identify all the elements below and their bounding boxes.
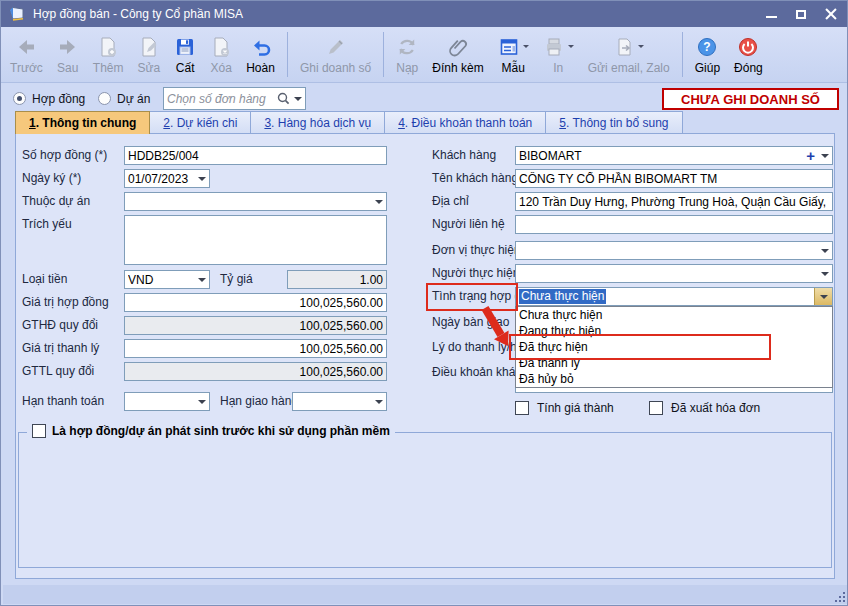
document-delete-icon <box>210 36 232 58</box>
exchange-rate-input: 1.00 <box>287 270 387 289</box>
executor-combobox[interactable] <box>515 264 833 283</box>
sign-date-label: Ngày ký (*) <box>22 169 81 188</box>
contract-no-input[interactable]: HDDB25/004 <box>124 146 387 165</box>
resize-grip[interactable] <box>832 589 845 602</box>
toolbar-button-send-email[interactable]: Gửi email, Zalo <box>581 28 677 81</box>
payment-due-label: Hạn thanh toán <box>22 392 104 411</box>
liquidation-value-input[interactable]: 100,025,560.00 <box>124 339 387 358</box>
tab-hang-hoa-dich-vu[interactable]: 3. Hàng hóa dịch vụ <box>250 111 385 133</box>
dropdown-arrow-icon[interactable] <box>294 97 302 101</box>
dropdown-option[interactable]: Đã hủy bỏ <box>516 371 832 387</box>
currency-combobox[interactable]: VND <box>124 270 210 289</box>
close-button[interactable] <box>823 6 839 22</box>
toolbar-button-edit[interactable]: Sửa <box>130 28 167 81</box>
selected-status-text: Chưa thực hiện <box>519 289 606 304</box>
search-icon[interactable] <box>277 92 290 105</box>
dropdown-arrow-icon[interactable] <box>198 278 206 282</box>
dropdown-arrow-icon[interactable] <box>821 249 829 253</box>
toolbar-button-next[interactable]: Sau <box>50 28 86 81</box>
toolbar-button-print[interactable]: In <box>536 28 581 81</box>
cost-calc-checkbox[interactable] <box>515 401 529 415</box>
project-radio[interactable] <box>98 92 111 105</box>
tab-strip: 1. Thông tin chung 2. Dự kiến chi 3. Hàn… <box>15 111 682 134</box>
contact-person-label: Người liên hệ <box>432 215 505 234</box>
toolbar-button-help[interactable]: ? Giúp <box>688 28 727 81</box>
status-badge: CHƯA GHI DOANH SỐ <box>662 88 839 110</box>
tab-thong-tin-bo-sung[interactable]: 5. Thông tin bổ sung <box>545 111 682 133</box>
order-number-combobox[interactable]: Chọn số đơn hàng <box>163 87 306 110</box>
minimize-button[interactable] <box>763 6 779 22</box>
summary-textarea[interactable] <box>124 215 387 265</box>
tab-page-general-info: Số hợp đồng (*) HDDB25/004 Ngày ký (*) 0… <box>15 133 835 579</box>
dropdown-option[interactable]: Đã thực hiện <box>516 339 832 355</box>
contract-status-combobox[interactable]: Chưa thực hiện <box>515 287 833 306</box>
toolbar-button-close-form[interactable]: Đóng <box>727 28 770 81</box>
customer-combobox[interactable]: BIBOMART+ <box>515 146 833 165</box>
dropdown-button[interactable] <box>814 288 832 305</box>
address-input[interactable]: 120 Trần Duy Hưng, Phường Trung Hoà, Quậ… <box>515 192 833 211</box>
invoiced-checkbox[interactable] <box>649 401 663 415</box>
contract-radio-label: Hợp đồng <box>32 91 85 107</box>
app-window: Hợp đồng bán - Công ty Cổ phần MISA Trướ… <box>0 0 848 606</box>
dropdown-arrow-icon[interactable] <box>375 200 383 204</box>
contract-radio[interactable] <box>13 92 26 105</box>
add-customer-icon[interactable]: + <box>806 148 815 163</box>
paperclip-icon <box>447 36 469 58</box>
status-bar <box>3 585 847 604</box>
project-combobox[interactable] <box>124 192 387 211</box>
toolbar-separator <box>682 32 683 77</box>
dropdown-arrow-icon[interactable] <box>821 272 829 276</box>
toolbar-button-add[interactable]: Thêm <box>86 28 131 81</box>
toolbar-button-record-sales[interactable]: Ghi doanh số <box>293 28 378 81</box>
dropdown-arrow-icon[interactable] <box>821 154 829 158</box>
converted-liquidation-label: GTTL quy đổi <box>22 362 94 381</box>
contact-person-input[interactable] <box>515 215 833 234</box>
toolbar-button-reload[interactable]: Nạp <box>389 28 425 81</box>
refresh-icon <box>396 36 418 58</box>
toolbar-button-delete[interactable]: Xóa <box>203 28 239 81</box>
main-toolbar: Trước Sau Thêm Sửa Cất Xóa Hoàn Gh <box>1 27 847 83</box>
exec-unit-combobox[interactable] <box>515 241 833 260</box>
toolbar-button-prev[interactable]: Trước <box>3 28 50 81</box>
customer-name-input[interactable]: CÔNG TY CỔ PHẦN BIBOMART TM <box>515 169 833 188</box>
dropdown-option[interactable]: Đang thực hiện <box>516 323 832 339</box>
dropdown-arrow-icon[interactable] <box>198 400 206 404</box>
power-icon <box>737 36 759 58</box>
pre-software-label: Là hợp đồng/dự án phát sinh trước khi sử… <box>52 424 390 438</box>
contract-status-dropdown-list: Chưa thực hiện Đang thực hiện Đã thực hi… <box>515 306 833 388</box>
tab-dieu-khoan-thanh-toan[interactable]: 4. Điều khoản thanh toán <box>384 111 546 133</box>
customer-name-label: Tên khách hàng <box>432 169 518 188</box>
exchange-rate-label: Tỷ giá <box>220 270 253 289</box>
arrow-right-icon <box>57 36 79 58</box>
handover-date-label: Ngày bàn giao <box>432 313 509 332</box>
toolbar-button-template[interactable]: Mẫu <box>491 28 536 81</box>
dropdown-option[interactable]: Đã thanh lý <box>516 355 832 371</box>
dropdown-option[interactable]: Chưa thực hiện <box>516 307 832 323</box>
dropdown-caret-icon[interactable] <box>568 45 574 48</box>
help-icon: ? <box>696 36 718 58</box>
dropdown-arrow-icon[interactable] <box>198 177 206 181</box>
toolbar-button-undo[interactable]: Hoàn <box>239 28 282 81</box>
dropdown-caret-icon[interactable] <box>638 45 644 48</box>
document-add-icon <box>97 36 119 58</box>
document-edit-icon <box>138 36 160 58</box>
payment-due-combobox[interactable] <box>124 392 210 411</box>
project-label: Thuộc dự án <box>22 192 90 211</box>
app-icon <box>9 6 25 22</box>
dropdown-arrow-icon[interactable] <box>375 400 383 404</box>
pre-software-checkbox[interactable] <box>32 424 46 438</box>
delivery-due-combobox[interactable] <box>292 392 387 411</box>
tab-du-kien-chi[interactable]: 2. Dự kiến chi <box>149 111 251 133</box>
contract-value-input[interactable]: 100,025,560.00 <box>124 293 387 312</box>
dropdown-caret-icon[interactable] <box>523 45 529 48</box>
order-number-placeholder: Chọn số đơn hàng <box>167 92 273 106</box>
send-document-icon <box>613 36 635 58</box>
converted-value-input: 100,025,560.00 <box>124 316 387 335</box>
contract-no-label: Số hợp đồng (*) <box>22 146 107 165</box>
toolbar-button-attach[interactable]: Đính kèm <box>425 28 490 81</box>
minimize-icon <box>766 16 777 18</box>
sign-date-picker[interactable]: 01/07/2023 <box>124 169 210 188</box>
toolbar-button-save[interactable]: Cất <box>167 28 203 81</box>
tab-thong-tin-chung[interactable]: 1. Thông tin chung <box>15 111 150 134</box>
maximize-button[interactable] <box>793 6 809 22</box>
